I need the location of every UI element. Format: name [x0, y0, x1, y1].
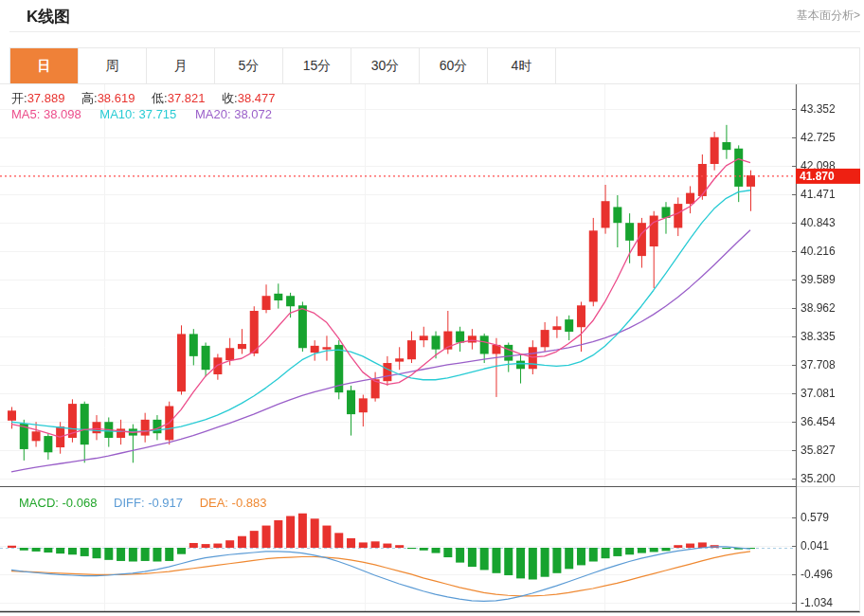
diff-label: DIFF: [114, 496, 145, 510]
close-value: 38.477 [238, 91, 276, 105]
tab-15分[interactable]: 15分 [283, 48, 351, 83]
fundamental-analysis-link[interactable]: 基本面分析> [797, 8, 860, 24]
header-divider [9, 31, 860, 32]
ma5-value: 38.098 [44, 107, 81, 121]
dea-label: DEA: [200, 496, 228, 510]
tab-月[interactable]: 月 [147, 48, 215, 83]
timeframe-tab-bar: 日周月5分15分30分60分4时 [9, 47, 860, 84]
tab-周[interactable]: 周 [79, 48, 147, 83]
high-label: 高: [81, 91, 98, 105]
tab-30分[interactable]: 30分 [351, 48, 420, 83]
ma20-value: 38.072 [234, 107, 272, 121]
close-label: 收: [222, 91, 238, 105]
dea-value: -0.883 [232, 496, 267, 510]
high-value: 38.619 [98, 91, 135, 105]
ma10-value: 37.715 [139, 107, 177, 121]
tab-5分[interactable]: 5分 [215, 48, 283, 83]
ma5-label: MA5: [11, 107, 40, 121]
low-value: 37.821 [168, 91, 206, 105]
ohlc-legend: 开:37.889 高:38.619 低:37.821 收:38.477 [11, 90, 288, 107]
open-value: 37.889 [27, 91, 65, 105]
ma-legend: MA5: 38.098 MA10: 37.715 MA20: 38.072 [11, 107, 272, 121]
tab-60分[interactable]: 60分 [420, 48, 488, 83]
macd-legend: MACD: -0.068 DIFF: -0.917 DEA: -0.883 [19, 496, 266, 510]
diff-value: -0.917 [148, 496, 183, 510]
tab-日[interactable]: 日 [10, 48, 79, 83]
ma10-label: MA10: [99, 107, 135, 121]
page-title: K线图 [27, 6, 70, 27]
kline-page: K线图 基本面分析> 日周月5分15分30分60分4时 开:37.889 高:3… [0, 0, 864, 616]
tab-4时[interactable]: 4时 [488, 48, 556, 83]
macd-label: MACD: [19, 496, 59, 510]
macd-value: -0.068 [63, 496, 98, 510]
open-label: 开: [11, 91, 27, 105]
ma20-label: MA20: [195, 107, 231, 121]
low-label: 低: [152, 91, 168, 105]
